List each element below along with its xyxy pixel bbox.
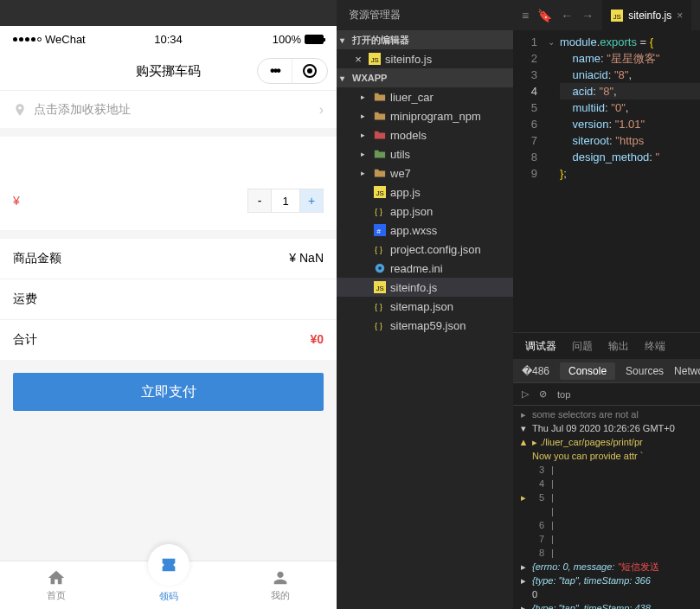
console-line: ▸5|	[518, 490, 695, 504]
status-bar: WeChat 10:34 100%	[0, 26, 337, 52]
close-icon[interactable]: ×	[677, 10, 683, 22]
capsule: •••	[257, 58, 328, 84]
user-icon	[271, 568, 290, 587]
tab-bar: 首页 领码 我的	[0, 561, 337, 609]
nav-back-icon[interactable]: ←	[561, 9, 573, 22]
file-item[interactable]: JSapp.js	[337, 183, 513, 202]
bookmark-icon[interactable]: 🔖	[537, 9, 552, 22]
file-item[interactable]: { }sitemap.json	[337, 297, 513, 316]
tab-code[interactable]: 领码	[112, 561, 225, 609]
item-label: utils	[390, 148, 410, 161]
pay-now-button[interactable]: 立即支付	[13, 373, 324, 411]
console-tab[interactable]: Console	[560, 362, 615, 380]
qty-plus-button[interactable]: +	[299, 189, 324, 213]
chevron-right-icon: ▸	[361, 150, 369, 158]
address-placeholder: 点击添加收获地址	[34, 102, 319, 118]
product-card: ¥ - +	[0, 137, 337, 230]
tab-output[interactable]: 输出	[608, 339, 629, 354]
js-file-icon: JS	[611, 10, 623, 22]
clock: 10:34	[154, 33, 183, 46]
tab-mine[interactable]: 我的	[224, 561, 337, 609]
console-line: |	[518, 504, 695, 518]
location-icon	[13, 103, 27, 117]
total-label: 合计	[13, 332, 37, 348]
network-tab[interactable]: Netwo	[674, 365, 700, 377]
sources-tab[interactable]: Sources	[626, 365, 664, 377]
svg-text:{ }: { }	[375, 207, 383, 216]
tab-terminal[interactable]: 终端	[645, 339, 665, 354]
context-select[interactable]: top	[557, 389, 570, 400]
tab-debugger[interactable]: 调试器	[525, 339, 556, 360]
js-file-icon: JS	[369, 53, 381, 65]
summary-total-row: 合计 ¥0	[0, 320, 337, 360]
console-line: ▾Thu Jul 09 2020 10:26:26 GMT+0	[518, 421, 695, 435]
console-filter-bar: ▷ ⊘ top	[513, 383, 700, 406]
console-line: ▲▸ ./liuer_car/pages/print/pr	[518, 435, 695, 449]
file-item[interactable]: readme.ini	[337, 259, 513, 278]
folder-item[interactable]: ▸miniprogram_npm	[337, 106, 513, 125]
target-icon	[303, 64, 317, 78]
capsule-close-button[interactable]	[292, 59, 327, 83]
tab-home[interactable]: 首页	[0, 561, 112, 609]
phone-screen: WeChat 10:34 100% 购买挪车码 ••• 点击添加收获地址 › ¥	[0, 26, 337, 609]
ellipsis-icon: •••	[270, 63, 279, 79]
product-price: ¥	[13, 194, 20, 208]
nav-forward-icon[interactable]: →	[581, 9, 594, 22]
clear-icon[interactable]: ⊘	[539, 388, 547, 400]
page-title: 购买挪车码	[136, 63, 201, 80]
workspace-header[interactable]: ▾ WXAPP	[337, 68, 513, 87]
item-label: app.js	[390, 186, 421, 199]
console-line: 3|	[518, 463, 695, 477]
code-editor[interactable]: 123456789 ⌄ module.exports = { name: "星星…	[513, 30, 700, 332]
file-item[interactable]: { }app.json	[337, 202, 513, 221]
open-editors-header[interactable]: ▾ 打开的编辑器	[337, 30, 513, 49]
folder-item[interactable]: ▸utils	[337, 144, 513, 163]
devtools-toolbar: �486 Console Sources Netwo	[513, 359, 700, 383]
folder-item[interactable]: ▸we7	[337, 163, 513, 183]
close-icon[interactable]: ×	[352, 53, 364, 66]
list-icon[interactable]: ≡	[522, 9, 529, 22]
svg-text:JS: JS	[376, 285, 384, 292]
chevron-right-icon: ▸	[361, 169, 369, 177]
tab-filename: siteinfo.js	[628, 10, 671, 22]
file-explorer: 资源管理器 ▾ 打开的编辑器 × JS siteinfo.js ▾ WXAPP …	[337, 0, 513, 609]
folder-item[interactable]: ▸models	[337, 125, 513, 144]
goods-value: ¥ NaN	[289, 251, 324, 266]
code-content[interactable]: module.exports = { name: "星星微客" uniacid:…	[560, 30, 700, 332]
play-icon[interactable]: ▷	[522, 388, 529, 400]
file-item[interactable]: { }sitemap59.json	[337, 316, 513, 335]
item-label: models	[390, 129, 427, 142]
item-label: app.wxss	[390, 224, 437, 237]
item-label: project.config.json	[390, 243, 481, 256]
console-output[interactable]: ▸some selectors are not al▾Thu Jul 09 20…	[513, 406, 700, 609]
tab-mine-label: 我的	[271, 589, 290, 602]
console-line: ▸some selectors are not al	[518, 407, 695, 421]
capsule-menu-button[interactable]: •••	[258, 59, 292, 83]
fold-column: ⌄	[548, 30, 560, 332]
qty-minus-button[interactable]: -	[247, 189, 272, 213]
file-item[interactable]: JSsiteinfo.js	[337, 278, 513, 297]
bottom-panel: 调试器 问题 输出 终端 �486 Console Sources Netwo …	[513, 332, 700, 609]
item-label: liuer_car	[390, 91, 433, 104]
inspect-icon[interactable]: �486	[522, 365, 549, 377]
qty-input[interactable]	[272, 189, 299, 213]
item-label: siteinfo.js	[390, 281, 437, 294]
workspace-name: WXAPP	[352, 73, 387, 83]
file-item[interactable]: { }project.config.json	[337, 240, 513, 259]
file-tree: ▸liuer_car▸miniprogram_npm▸models▸utils▸…	[337, 87, 513, 335]
console-line: 7|	[518, 532, 695, 546]
file-item[interactable]: #app.wxss	[337, 221, 513, 240]
console-line: 0	[518, 587, 695, 601]
folder-item[interactable]: ▸liuer_car	[337, 87, 513, 106]
item-label: sitemap.json	[390, 300, 453, 313]
console-line: ▸{type: "tap", timeStamp: 438	[518, 601, 695, 609]
home-icon	[47, 568, 66, 587]
console-line: 8|	[518, 546, 695, 560]
console-line: 4|	[518, 477, 695, 490]
editor-tab[interactable]: JS siteinfo.js ×	[602, 0, 691, 30]
open-editor-item[interactable]: × JS siteinfo.js	[337, 49, 513, 68]
address-picker[interactable]: 点击添加收获地址 ›	[0, 90, 337, 128]
tab-problems[interactable]: 问题	[572, 339, 593, 354]
ship-label: 运费	[13, 292, 37, 307]
ticket-icon	[159, 555, 178, 574]
